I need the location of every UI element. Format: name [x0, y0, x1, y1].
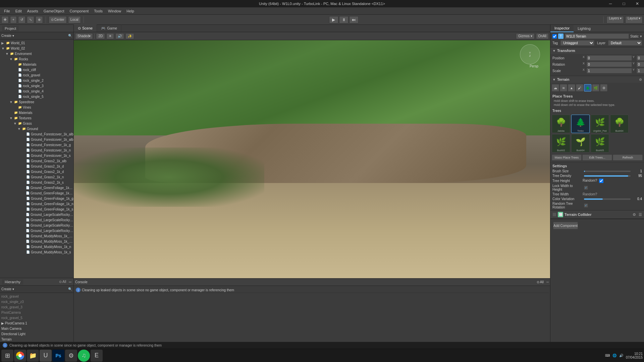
position-x-field[interactable] — [587, 55, 632, 61]
menu-component[interactable]: Component — [67, 8, 91, 14]
list-item[interactable]: 📄Ground_Forestcover_1k_n — [0, 147, 73, 153]
list-item[interactable]: rock_gravel_3 — [0, 304, 73, 310]
taskbar-unity2-icon[interactable]: ⚙ — [65, 350, 77, 362]
list-item[interactable]: 📁Materials — [0, 62, 73, 67]
terrain-tool-paint[interactable]: ≋ — [560, 84, 567, 92]
tab-hierarchy[interactable]: Hierarchy — [2, 279, 23, 285]
tree-height-checkbox[interactable] — [599, 179, 603, 183]
tab-console[interactable]: Console — [75, 280, 88, 284]
menu-window[interactable]: Window — [105, 8, 124, 14]
shading-dropdown[interactable]: Shaded ▾ — [75, 33, 93, 39]
list-item[interactable]: 📄rock_single_4 — [0, 88, 73, 94]
tab-lighting[interactable]: Lighting — [574, 25, 595, 32]
tree-density-slider[interactable] — [584, 175, 631, 177]
list-item[interactable]: 📄Ground_MuddyMoss_1k_n — [0, 244, 73, 249]
create-dropdown[interactable]: Create ▾ — [1, 34, 14, 38]
list-item[interactable]: 📄Ground_LargeScaleRockyDirt — [0, 217, 73, 223]
list-item[interactable]: rock_single_z3 — [0, 299, 73, 304]
object-active-checkbox[interactable] — [552, 34, 557, 39]
transform-section-header[interactable]: ▼ Transform — [550, 47, 644, 54]
brush-size-slider[interactable] — [584, 171, 631, 172]
toolbar-rotate[interactable]: ↺ — [18, 16, 25, 23]
list-item[interactable]: 📄Ground_Forestcover_1k_s — [0, 153, 73, 158]
layout-dropdown[interactable]: Layout ▾ — [625, 16, 643, 23]
close-button[interactable]: ✕ — [631, 0, 644, 7]
tab-game[interactable]: 🎮 Game — [97, 24, 121, 32]
terrain-tool-raise[interactable]: ⛰ — [552, 84, 559, 92]
console-minimize-icon[interactable]: ─ — [546, 280, 549, 284]
list-item[interactable]: 📄rock_single_2 — [0, 78, 73, 83]
edit-trees-button[interactable]: Edit Trees... — [582, 155, 612, 161]
terrain-tool-texture[interactable]: 🖌 — [576, 84, 583, 92]
tree-thumb-bush04b[interactable]: 🌱 Bush04 — [571, 134, 590, 153]
menu-edit[interactable]: Edit — [13, 8, 24, 14]
play-button[interactable]: ▶ — [329, 16, 338, 23]
tree-thumb-bush02[interactable]: 🌿 Bush02 — [552, 134, 570, 153]
maximize-button[interactable]: □ — [617, 0, 631, 7]
scale-x-field[interactable] — [587, 68, 632, 73]
list-item[interactable]: 📄Ground_GreenFoliage_1k_alb — [0, 190, 73, 196]
list-item[interactable]: rock_gravel_5 — [0, 315, 73, 320]
list-item[interactable]: ▶ PivotCamera 1 — [0, 320, 73, 326]
tree-thumb-urgelim[interactable]: 🌿 Urgelim_Ped — [591, 115, 609, 133]
list-item[interactable]: 📄Ground_Grass2_1k_d — [0, 164, 73, 169]
list-item[interactable]: ▼📁Textures — [0, 115, 73, 121]
terrain-tool-trees[interactable]: 🌲 — [584, 84, 591, 92]
terrain-collider-active-checkbox[interactable] — [552, 213, 556, 217]
taskbar-epic-icon[interactable]: E — [91, 350, 103, 362]
refresh-button[interactable]: Refresh — [613, 155, 643, 161]
lock-width-checkbox[interactable] — [584, 186, 588, 190]
hierarchy-minimize-icon[interactable]: ─ — [69, 280, 71, 284]
terrain-tool-settings[interactable]: ⚙ — [600, 84, 607, 92]
tree-thumb-bush05[interactable]: 🌿 Bush05 — [591, 134, 609, 153]
list-item[interactable]: ▼📁Rocks — [0, 56, 73, 62]
random-rotation-checkbox[interactable] — [584, 203, 588, 207]
list-item[interactable]: 📄Ground_Forestcover_1k_alb — [0, 137, 73, 142]
list-item[interactable]: ▼📁Ground — [0, 126, 73, 131]
layers-dropdown[interactable]: Layers ▾ — [606, 16, 624, 23]
list-item[interactable]: 📄Ground_MuddyMoss_1k_alb — [0, 233, 73, 239]
audio-toggle[interactable]: 🔊 — [115, 33, 124, 39]
menu-file[interactable]: File — [1, 8, 13, 14]
tab-project[interactable]: Project — [2, 26, 19, 31]
list-item[interactable]: 📄Ground_Forestcover_1k_alb — [0, 131, 73, 137]
list-item[interactable]: 📄Ground_MuddyMoss_1k_s — [0, 249, 73, 255]
toolbar-local[interactable]: Local — [68, 16, 81, 23]
mass-place-trees-button[interactable]: Mass Place Trees — [552, 155, 582, 161]
onall-btn[interactable]: OnAll — [536, 33, 549, 39]
taskbar-start-icon[interactable]: ⊞ — [1, 350, 13, 362]
terrain-section-header[interactable]: ▼ Terrain ⚙ — [550, 76, 644, 83]
rotation-y-field[interactable] — [637, 62, 644, 67]
2d-toggle[interactable]: 2D — [96, 33, 105, 39]
add-component-button[interactable]: Add Component — [553, 222, 578, 229]
taskbar-chrome-icon[interactable] — [14, 350, 26, 362]
list-item[interactable]: 📄Ground_Grass2_1k_alb — [0, 158, 73, 164]
list-item[interactable]: 📄rock_gravel — [0, 72, 73, 78]
list-item[interactable]: 📄Ground_Grass2_1k_n — [0, 174, 73, 180]
tree-thumb-bush04[interactable]: 🌳 Bush04 — [610, 115, 629, 133]
position-y-field[interactable] — [637, 55, 644, 61]
menu-assets[interactable]: Assets — [24, 8, 41, 14]
list-item[interactable]: rock_gravel — [0, 294, 73, 299]
scene-viewport[interactable]: Y Z Persp — [74, 40, 550, 278]
static-dropdown-icon[interactable]: ▾ — [640, 34, 642, 39]
terrain-collider-menu-icon[interactable]: ☰ — [639, 213, 642, 217]
toolbar-scale[interactable]: ⤡ — [27, 16, 34, 23]
list-item[interactable]: ▶📁World_01 — [0, 40, 73, 46]
menu-help[interactable]: Help — [124, 8, 137, 14]
tag-dropdown[interactable]: Untagged — [560, 40, 594, 46]
object-name-field[interactable] — [565, 34, 629, 39]
list-item[interactable]: ▼📁Enviroment — [0, 51, 73, 56]
toolbar-center[interactable]: ⊙ Center — [49, 16, 67, 23]
list-item[interactable]: 📄Ground_GreenFoliage_1k_alb — [0, 185, 73, 190]
list-item[interactable]: ▼📁Speedtree — [0, 99, 73, 105]
rotation-x-field[interactable] — [587, 62, 632, 67]
color-variation-slider[interactable] — [584, 198, 631, 200]
list-item[interactable]: PivotCamera — [0, 310, 73, 315]
list-item[interactable]: ▼📁Grass — [0, 121, 73, 126]
taskbar-ps-icon[interactable]: Ps — [52, 350, 64, 362]
taskbar-spotify-icon[interactable]: ♫ — [78, 350, 90, 362]
list-item[interactable]: 📁Vines — [0, 105, 73, 110]
terrain-tool-grass[interactable]: 🌿 — [592, 84, 599, 92]
list-item[interactable]: 📄rock_single_3 — [0, 83, 73, 88]
